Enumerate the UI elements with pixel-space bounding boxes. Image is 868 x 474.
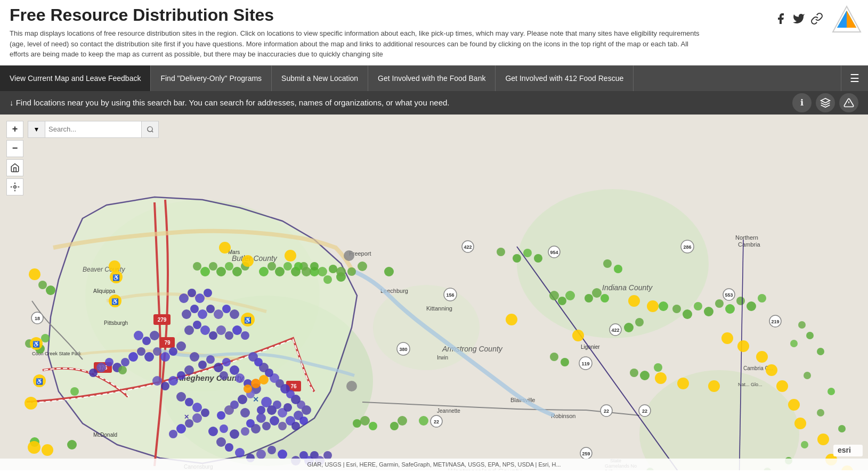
svg-point-228 — [585, 294, 593, 303]
search-dropdown[interactable]: ▼ — [28, 121, 45, 137]
svg-point-327 — [336, 267, 346, 276]
svg-point-331 — [302, 267, 311, 276]
svg-text:✕: ✕ — [184, 413, 189, 421]
svg-point-150 — [209, 331, 217, 340]
svg-point-90 — [206, 355, 215, 364]
twitter-icon[interactable] — [792, 12, 805, 28]
svg-point-220 — [390, 422, 399, 430]
svg-point-210 — [267, 262, 276, 271]
svg-point-335 — [14, 185, 17, 188]
svg-point-230 — [601, 294, 609, 303]
svg-point-93 — [230, 365, 239, 375]
tab-submit-location[interactable]: Submit a New Location — [272, 66, 368, 91]
svg-point-135 — [176, 341, 186, 351]
svg-text:22: 22 — [642, 408, 647, 414]
map-search-hint: ↓ Find locations near you by using this … — [10, 98, 449, 107]
menu-icon[interactable]: ☰ — [841, 66, 868, 91]
svg-point-149 — [200, 325, 210, 335]
svg-point-186 — [256, 450, 266, 459]
map-bar-icons: ℹ — [792, 93, 858, 112]
svg-point-157 — [198, 309, 207, 319]
svg-point-279 — [523, 249, 532, 257]
search-submit-button[interactable] — [141, 121, 158, 137]
svg-point-315 — [794, 418, 806, 429]
svg-point-246 — [672, 305, 681, 313]
tab-food-bank[interactable]: Get Involved with the Food Bank — [368, 66, 496, 91]
facebook-icon[interactable] — [774, 12, 787, 28]
svg-point-200 — [358, 261, 367, 271]
svg-point-217 — [200, 267, 210, 276]
svg-point-283 — [550, 353, 558, 361]
svg-text:♿: ♿ — [111, 298, 119, 305]
svg-point-225 — [549, 291, 559, 300]
svg-text:Indiana County: Indiana County — [602, 283, 653, 292]
svg-point-107 — [273, 401, 281, 409]
svg-point-197 — [259, 375, 269, 385]
link-icon[interactable] — [810, 12, 823, 28]
svg-point-249 — [704, 307, 713, 316]
svg-point-123 — [299, 416, 308, 425]
tab-current-map[interactable]: View Current Map and Leave Feedback — [0, 66, 151, 91]
svg-text:Kittanning: Kittanning — [426, 305, 452, 312]
svg-point-322 — [285, 250, 296, 261]
svg-point-201 — [384, 267, 394, 276]
svg-point-165 — [204, 289, 212, 297]
svg-point-121 — [291, 422, 300, 430]
svg-point-330 — [310, 262, 319, 271]
svg-point-258 — [817, 348, 824, 355]
svg-point-161 — [230, 309, 239, 319]
info-icon-bar[interactable]: ℹ — [792, 93, 812, 112]
svg-point-167 — [142, 337, 151, 345]
svg-point-329 — [318, 267, 327, 276]
home-button[interactable] — [6, 159, 23, 176]
svg-text:✕: ✕ — [253, 395, 259, 404]
zoom-in-button[interactable]: + — [6, 121, 23, 138]
svg-point-229 — [592, 288, 602, 298]
svg-point-168 — [134, 331, 143, 340]
svg-text:422: 422 — [464, 244, 472, 250]
svg-point-162 — [179, 293, 189, 303]
locate-button[interactable] — [6, 178, 23, 195]
svg-point-159 — [214, 309, 223, 319]
svg-point-169 — [184, 365, 194, 375]
svg-point-262 — [838, 425, 846, 432]
svg-point-176 — [192, 403, 202, 412]
svg-point-166 — [150, 331, 159, 340]
svg-text:Jeannette: Jeannette — [437, 408, 460, 414]
svg-point-101 — [224, 405, 234, 415]
svg-point-323 — [29, 268, 40, 280]
search-input[interactable] — [45, 121, 141, 137]
svg-point-336 — [147, 126, 152, 131]
svg-point-248 — [694, 302, 702, 310]
svg-point-314 — [788, 399, 800, 411]
svg-point-172 — [161, 382, 169, 390]
svg-point-173 — [152, 376, 162, 386]
tab-food-rescue[interactable]: Get Involved with 412 Food Rescue — [496, 66, 634, 91]
zoom-out-button[interactable]: − — [6, 140, 23, 157]
svg-point-237 — [118, 366, 127, 374]
svg-text:McDonald: McDonald — [93, 432, 117, 438]
svg-point-320 — [219, 242, 231, 254]
page-title: Free Resource Distribution Sites — [10, 5, 836, 25]
svg-marker-2 — [847, 11, 856, 28]
map-search-bar: ↓ Find locations near you by using this … — [0, 91, 868, 115]
layers-icon-bar[interactable] — [816, 93, 835, 112]
warning-icon-bar[interactable] — [839, 93, 858, 112]
svg-point-109 — [283, 403, 292, 412]
svg-text:Nat... Glo...: Nat... Glo... — [738, 382, 762, 387]
tab-delivery-only[interactable]: Find "Delivery-Only" Programs — [151, 66, 272, 91]
map-svg[interactable]: Butler County Beaver County Armstrong Co… — [0, 115, 868, 470]
svg-point-231 — [38, 281, 47, 289]
svg-point-332 — [294, 262, 303, 271]
svg-point-154 — [241, 331, 249, 340]
svg-point-218 — [193, 262, 201, 271]
svg-point-304 — [628, 295, 640, 307]
svg-point-302 — [25, 397, 37, 410]
svg-point-303 — [42, 444, 53, 456]
svg-point-119 — [278, 422, 287, 430]
svg-text:279: 279 — [158, 317, 167, 323]
social-icons — [774, 12, 823, 28]
svg-text:76: 76 — [290, 383, 297, 389]
svg-point-112 — [251, 424, 261, 434]
svg-point-115 — [220, 424, 228, 433]
